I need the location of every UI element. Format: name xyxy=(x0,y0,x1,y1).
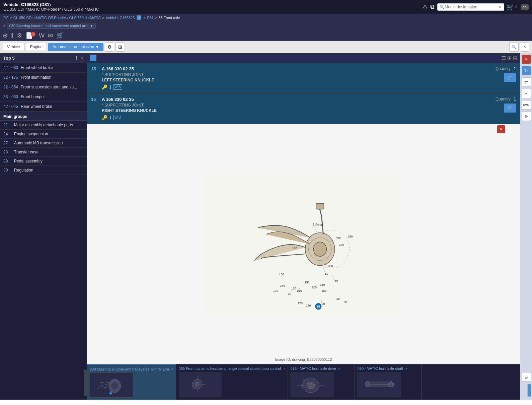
part-info-icon-0[interactable]: ℹ xyxy=(109,84,111,90)
thumb-title-1: 035 Front dynamic headlamp range control… xyxy=(179,366,285,370)
steering-knuckle-diagram: 280 260 250 110 300 10 60 200 310 150 15… xyxy=(109,174,499,315)
rs-rotate-icon[interactable]: ↻ xyxy=(522,66,531,75)
svg-point-29 xyxy=(195,382,199,386)
part-action-icons-1: 🔑 ℹ WIS xyxy=(102,115,491,120)
add-to-cart-btn-1[interactable]: 🛒 xyxy=(504,104,516,113)
part-search-bar[interactable] xyxy=(98,55,499,61)
thumb-item-2[interactable]: 075 4MATIC front axle drive ↗ xyxy=(288,364,355,400)
breadcrumb-vehicle-id[interactable]: Vehicle: C166823 xyxy=(106,16,135,20)
breadcrumb-pc[interactable]: PC xyxy=(3,16,8,20)
top5-item-2[interactable]: 32 - 054 Front suspension strut and su..… xyxy=(0,82,87,92)
breadcrumb-vehicle-line[interactable]: GL 350 CDI 4MATIC Off-Roader / GLS 350 d… xyxy=(13,16,101,20)
header-controls: ⚠ ⧉ 🔍 ✕ 🛒+ en xyxy=(422,3,529,11)
thumb-item-1[interactable]: 035 Front dynamic headlamp range control… xyxy=(176,364,288,400)
svg-point-37 xyxy=(388,382,394,387)
warning-icon[interactable]: ⚠ xyxy=(422,3,428,11)
panel-icon[interactable]: ⊟ xyxy=(513,55,517,61)
rs-zoom-in-icon[interactable]: ⊕ xyxy=(522,112,531,121)
main-layout: Top 5 ⬆ « 42 - 030 Front wheel brake 82 … xyxy=(0,53,532,400)
label-280: 280 xyxy=(336,237,341,240)
top5-item-1[interactable]: 82 - 175 Front illumination xyxy=(0,73,87,82)
filter-icon[interactable]: ⚙ xyxy=(17,32,22,39)
settings-icon[interactable]: ⚙ xyxy=(105,42,114,52)
tab-automatic-transmission[interactable]: Automatic transmission ▼ xyxy=(48,43,103,51)
model-search-box[interactable]: 🔍 ✕ xyxy=(437,3,504,11)
svg-rect-0 xyxy=(205,174,401,315)
ext-link-icon-1[interactable]: ↗ xyxy=(282,367,285,370)
double-arrow-icon[interactable]: « xyxy=(81,55,83,61)
svg-rect-4 xyxy=(316,203,324,209)
part-wis-icon-0[interactable]: WIS xyxy=(113,84,122,90)
thumb-item-0[interactable]: 030 Steering knuckle and transverse cont… xyxy=(87,364,176,400)
sidebar-scrollbar[interactable] xyxy=(84,369,87,396)
svg-point-33 xyxy=(309,384,312,387)
breadcrumb-row2: > 030 Steering knuckle and transverse co… xyxy=(0,22,532,30)
part-desc2-0: LEFT STEERING KNUCKLE xyxy=(102,78,491,82)
top5-item-0[interactable]: 42 - 030 Front wheel brake xyxy=(0,63,87,73)
svg-text:15: 15 xyxy=(110,392,112,394)
tab-vehicle[interactable]: Vehicle xyxy=(3,43,24,51)
vehicle-link-icon[interactable]: ↗ xyxy=(137,15,141,20)
copy-icon[interactable]: ⧉ xyxy=(430,3,435,10)
language-badge[interactable]: en xyxy=(521,4,529,10)
toolbar-search-btn[interactable]: 🔍 xyxy=(509,42,519,52)
model-search-input[interactable] xyxy=(445,5,498,9)
cart-icon[interactable]: 🛒 xyxy=(56,32,64,39)
toolbar-close-btn[interactable]: ✕ xyxy=(520,42,529,52)
info-icon[interactable]: ℹ xyxy=(11,32,13,39)
group-text-29: Pedal assembly xyxy=(14,159,43,163)
doc-icon[interactable]: 📄! xyxy=(25,32,35,39)
layout-icon[interactable]: ⊞ xyxy=(116,42,125,52)
mail-icon[interactable]: ✉ xyxy=(48,32,53,39)
breadcrumb-front-axle[interactable]: 33 Front axle xyxy=(158,16,180,20)
svg-point-2 xyxy=(313,242,326,256)
group-text-21: Major assembly detachable parts xyxy=(14,123,73,127)
wis-icon[interactable]: W xyxy=(39,32,45,39)
collapse-icon[interactable]: ⬆ xyxy=(75,55,79,61)
part-item-1: 15 A 166 330 02 35 * SUPPORTING JOINT RI… xyxy=(87,93,520,124)
header-vehicle-info: Vehicle: C166823 (D81) GL 350 CDI 4MATIC… xyxy=(3,2,99,12)
breadcrumb-d81[interactable]: D81 xyxy=(147,16,154,20)
ext-link-icon-0[interactable]: ↗ xyxy=(170,367,173,371)
tab-engine[interactable]: Engine xyxy=(26,43,47,51)
part-key-icon-1[interactable]: 🔑 xyxy=(102,115,107,120)
grid-view-icon[interactable]: ⊞ xyxy=(507,55,512,61)
rs-swap-icon[interactable]: ⇄ xyxy=(522,77,531,87)
group-text-27: Automatic MB transmission xyxy=(14,141,63,145)
group-item-29[interactable]: 29 Pedal assembly xyxy=(0,157,87,166)
rs-close-btn[interactable]: ✕ xyxy=(522,55,531,64)
search-icon: 🔍 xyxy=(440,5,445,9)
steering-knuckle-dropdown[interactable]: 030 Steering knuckle and transverse cont… xyxy=(7,23,96,29)
top5-item-3[interactable]: 38 - 030 Front bumper xyxy=(0,92,87,102)
label-100: 100 xyxy=(279,272,284,276)
label-190: 190 xyxy=(292,246,297,250)
label-60: 60 xyxy=(334,279,338,282)
part-key-icon-0[interactable]: 🔑 xyxy=(102,84,107,90)
qty-label-1: Quantity: 1 xyxy=(496,97,516,102)
group-text-24: Engine suspension xyxy=(14,132,48,136)
rs-cut-icon[interactable]: ✂ xyxy=(522,89,531,98)
rs-svg-icon[interactable]: SVG xyxy=(522,100,531,110)
main-groups-header: Main groups xyxy=(0,112,87,121)
list-view-icon[interactable]: ☰ xyxy=(501,55,506,61)
rs-zoom-out-icon[interactable]: ⊖ xyxy=(522,372,531,382)
cart-add-icon[interactable]: 🛒+ xyxy=(507,3,518,11)
clear-search-icon[interactable]: ✕ xyxy=(498,5,502,9)
part-code-1: A 166 330 02 35 xyxy=(102,97,491,102)
label-180: 180 xyxy=(291,286,296,290)
group-item-21[interactable]: 21 Major assembly detachable parts xyxy=(0,121,87,130)
center-content: ☰ ⊞ ⊟ 15 A 166 330 02 35 * SUPPORTING JO… xyxy=(87,53,520,400)
group-item-27[interactable]: 27 Automatic MB transmission xyxy=(0,139,87,148)
group-item-24[interactable]: 24 Engine suspension xyxy=(0,130,87,139)
part-info-icon-1[interactable]: ℹ xyxy=(109,115,111,120)
thumb-item-3[interactable]: 090 4MATIC front axle shaft ↗ xyxy=(355,364,422,400)
ext-link-icon-2[interactable]: ↗ xyxy=(337,367,340,370)
close-diagram-btn[interactable]: ✕ xyxy=(497,125,505,133)
ext-link-icon-3[interactable]: ↗ xyxy=(404,367,407,370)
zoom-fit-icon[interactable]: ⊕ xyxy=(3,32,8,39)
group-item-30[interactable]: 30 Regulation xyxy=(0,166,87,175)
top5-item-4[interactable]: 42 - 045 Rear wheel brake xyxy=(0,102,87,112)
part-wis-icon-1[interactable]: WIS xyxy=(113,115,122,120)
group-item-28[interactable]: 28 Transfer case xyxy=(0,148,87,157)
add-to-cart-btn-0[interactable]: 🛒 xyxy=(504,73,516,82)
